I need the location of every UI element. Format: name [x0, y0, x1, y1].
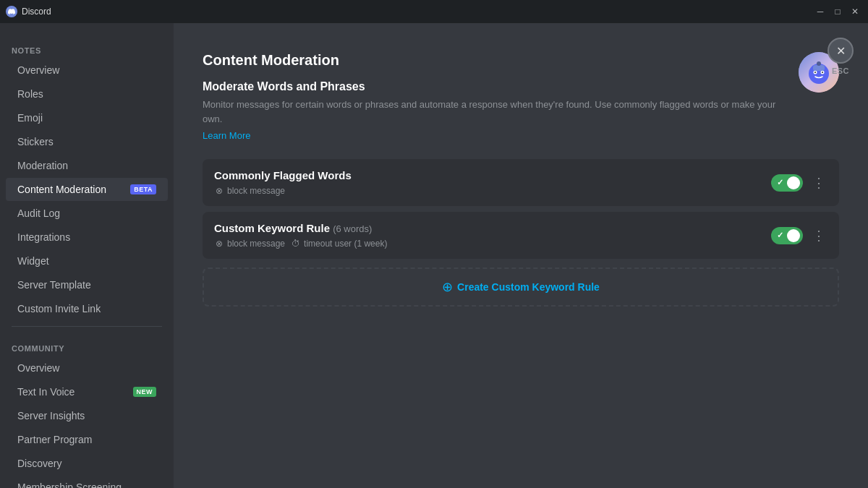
rule-card-custom-keyword: Custom Keyword Rule (6 words) ⊗ block me… — [203, 212, 839, 259]
rule-card-right-custom-keyword: ✓ ⋮ — [771, 227, 827, 244]
create-rule-text: Create Custom Keyword Rule — [457, 281, 600, 293]
titlebar-controls: ─ □ ✕ — [813, 4, 862, 19]
feature-desc: Monitor messages for certain words or ph… — [203, 98, 787, 126]
toggle-commonly-flagged[interactable]: ✓ — [771, 174, 803, 192]
sidebar-item-content-moderation[interactable]: Content Moderation BETA — [6, 178, 168, 201]
rule-card-tags-commonly-flagged: ⊗ block message — [214, 186, 771, 196]
esc-label: ESC — [832, 67, 849, 75]
create-rule-card[interactable]: ⊕ Create Custom Keyword Rule — [203, 267, 839, 307]
sidebar: NOTES Overview Roles Emoji Stickers Mode… — [0, 23, 174, 488]
rule-card-commonly-flagged: Commonly Flagged Words ⊗ block message ✓… — [203, 159, 839, 206]
sidebar-item-custom-invite-link[interactable]: Custom Invite Link — [6, 297, 168, 320]
sidebar-item-integrations[interactable]: Integrations — [6, 226, 168, 249]
toggle-custom-keyword[interactable]: ✓ — [771, 227, 803, 244]
esc-button[interactable]: ✕ ESC — [827, 38, 854, 75]
rule-card-tags-custom-keyword: ⊗ block message ⏱ timeout user (1 week) — [214, 239, 771, 249]
block-icon-2: ⊗ — [214, 239, 224, 249]
feature-title: Moderate Words and Phrases — [203, 80, 787, 93]
sidebar-item-server-template[interactable]: Server Template — [6, 273, 168, 296]
rule-card-left-commonly-flagged: Commonly Flagged Words ⊗ block message — [214, 169, 771, 196]
rule-card-title-custom-keyword: Custom Keyword Rule (6 words) — [214, 222, 771, 234]
sidebar-item-audit-log[interactable]: Audit Log — [6, 202, 168, 225]
tag-block-message-1: ⊗ block message — [214, 186, 285, 196]
toggle-thumb-1 — [787, 176, 800, 189]
sidebar-item-membership-screening[interactable]: Membership Screening — [6, 476, 168, 488]
more-options-button-1[interactable]: ⋮ — [810, 174, 827, 192]
discord-icon — [6, 6, 17, 17]
titlebar: Discord ─ □ ✕ — [0, 0, 868, 23]
sidebar-divider-1 — [12, 326, 162, 327]
new-badge: NEW — [133, 387, 157, 397]
toggle-check-icon-2: ✓ — [777, 231, 783, 240]
page-title: Content Moderation — [203, 52, 787, 69]
sidebar-item-text-in-voice[interactable]: Text In Voice NEW — [6, 380, 168, 403]
sidebar-item-stickers[interactable]: Stickers — [6, 130, 168, 153]
notes-section-header: NOTES — [0, 35, 174, 58]
svg-point-7 — [817, 61, 821, 66]
svg-rect-6 — [813, 65, 825, 71]
sidebar-item-partner-program[interactable]: Partner Program — [6, 428, 168, 451]
sidebar-item-moderation[interactable]: Moderation — [6, 154, 168, 177]
svg-point-4 — [814, 72, 816, 73]
tag-label-1: block message — [227, 186, 285, 196]
maximize-button[interactable]: □ — [830, 4, 845, 19]
header-banner: Content Moderation Moderate Words and Ph… — [203, 52, 839, 142]
tag-block-message-2: ⊗ block message — [214, 239, 285, 249]
toggle-check-icon-1: ✓ — [777, 178, 783, 187]
timeout-icon: ⏱ — [291, 239, 301, 249]
content-area: ✕ ESC Content Moderation Moderate Words … — [174, 23, 868, 488]
sidebar-item-overview-notes[interactable]: Overview — [6, 59, 168, 82]
minimize-button[interactable]: ─ — [813, 4, 827, 19]
titlebar-title: Discord — [22, 7, 51, 17]
toggle-thumb-2 — [787, 229, 800, 242]
rule-card-title-commonly-flagged: Commonly Flagged Words — [214, 169, 771, 181]
create-rule-label: ⊕ Create Custom Keyword Rule — [442, 281, 600, 294]
app-container: NOTES Overview Roles Emoji Stickers Mode… — [0, 23, 868, 488]
close-button[interactable]: ✕ — [848, 4, 862, 19]
block-icon-1: ⊗ — [214, 186, 224, 196]
sidebar-item-server-insights[interactable]: Server Insights — [6, 404, 168, 427]
plus-icon: ⊕ — [442, 281, 453, 294]
rule-card-right-commonly-flagged: ✓ ⋮ — [771, 174, 827, 192]
beta-badge: BETA — [130, 184, 156, 194]
tag-label-2: block message — [227, 239, 285, 249]
header-text: Content Moderation Moderate Words and Ph… — [203, 52, 787, 142]
more-options-button-2[interactable]: ⋮ — [810, 227, 827, 244]
community-section-header: COMMUNITY — [0, 333, 174, 356]
learn-more-link[interactable]: Learn More — [203, 130, 250, 141]
cards-container: Commonly Flagged Words ⊗ block message ✓… — [203, 159, 839, 307]
rule-card-left-custom-keyword: Custom Keyword Rule (6 words) ⊗ block me… — [214, 222, 771, 249]
svg-point-5 — [822, 72, 823, 73]
esc-circle: ✕ — [827, 38, 854, 64]
tag-timeout-user: ⏱ timeout user (1 week) — [291, 239, 387, 249]
titlebar-left: Discord — [6, 6, 51, 17]
sidebar-item-overview-community[interactable]: Overview — [6, 356, 168, 380]
tag-label-3: timeout user (1 week) — [304, 239, 387, 249]
sidebar-item-roles[interactable]: Roles — [6, 82, 168, 106]
sidebar-item-discovery[interactable]: Discovery — [6, 452, 168, 475]
sidebar-item-widget[interactable]: Widget — [6, 249, 168, 273]
sidebar-item-emoji[interactable]: Emoji — [6, 106, 168, 129]
